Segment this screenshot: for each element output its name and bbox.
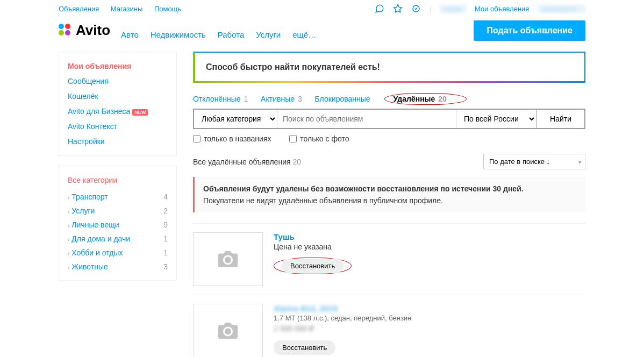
top-link-help[interactable]: Помощь: [154, 5, 181, 13]
tab-rejected[interactable]: Отклонённые 1: [193, 94, 248, 104]
post-ad-button[interactable]: Подать объявление: [474, 20, 585, 41]
category-item[interactable]: ›Транспорт4: [59, 190, 176, 204]
listing-title[interactable]: Alpina B12, 2015: [274, 304, 585, 313]
sidebar-item-business[interactable]: Avito для БизнесаNEW: [59, 104, 176, 119]
messages-icon[interactable]: [375, 4, 384, 13]
listing-desc: 1.7 МТ (138 л.с.), седан, передний, бенз…: [274, 314, 585, 322]
tab-blocked[interactable]: Блокированные: [315, 94, 371, 104]
annotation-circle: Удалённые 20: [384, 93, 467, 105]
logo[interactable]: Avito: [59, 22, 110, 39]
summary-count: 20: [292, 158, 301, 166]
nav-more[interactable]: ещё…: [292, 30, 316, 39]
notice-title: Объявления будут удалены без возможности…: [203, 184, 577, 193]
nav-services[interactable]: Услуги: [256, 30, 281, 39]
region-select[interactable]: По всей России: [456, 110, 536, 128]
annotation-circle: Восстановить: [274, 258, 352, 274]
nav-jobs[interactable]: Работа: [218, 30, 245, 39]
balance-blurred: xxxxx: [440, 5, 466, 13]
sidebar-item-context[interactable]: Avito Контекст: [59, 119, 176, 134]
header: Avito Авто Недвижимость Работа Услуги ещ…: [59, 20, 585, 41]
main-nav: Авто Недвижимость Работа Услуги ещё…: [121, 30, 326, 39]
nav-realty[interactable]: Недвижимость: [151, 30, 206, 39]
category-select[interactable]: Любая категория: [194, 110, 277, 128]
promo-banner[interactable]: Способ быстро найти покупателей есть!: [193, 52, 585, 83]
camera-icon: [218, 251, 238, 267]
status-tabs: Отклонённые 1 Активные 3 Блокированные У…: [193, 94, 585, 104]
notifications-icon[interactable]: [411, 4, 421, 13]
sidebar-item-messages[interactable]: Сообщения: [59, 74, 176, 89]
deletion-notice: Объявления будут удалены без возможности…: [193, 177, 585, 212]
camera-icon: [218, 323, 238, 339]
sidebar-categories: Все категории ›Транспорт4 ›Услуги2 ›Личн…: [59, 166, 177, 281]
filter-checkboxes: только в названиях только с фото: [193, 134, 585, 144]
search-input[interactable]: [277, 110, 456, 128]
listing-thumbnail: [193, 232, 263, 286]
filter-bar: Любая категория По всей России Найти: [193, 109, 585, 129]
listing-title[interactable]: Тушь: [274, 232, 585, 241]
top-link-ads[interactable]: Объявления: [59, 5, 99, 13]
listing-thumbnail: [193, 304, 263, 357]
category-item[interactable]: ›Услуги2: [59, 204, 176, 218]
restore-button[interactable]: Восстановить: [274, 340, 335, 355]
top-link-my-ads[interactable]: Мои объявления: [475, 5, 529, 13]
main-content: Способ быстро найти покупателей есть! От…: [193, 52, 585, 357]
sidebar-item-my-ads[interactable]: Мои объявления: [59, 59, 176, 74]
tab-active[interactable]: Активные 3: [261, 94, 302, 104]
notice-text: Покупатели не видят удалённые объявления…: [203, 196, 577, 205]
summary-text: Все удалённые объявления: [193, 158, 291, 166]
username-blurred[interactable]: xxxxxxxx ▾: [538, 5, 585, 13]
listing-price: Цена не указана: [274, 242, 585, 251]
sidebar-item-wallet[interactable]: Кошелёк: [59, 89, 176, 104]
listing-item: Alpina B12, 2015 1.7 МТ (138 л.с.), седа…: [193, 295, 585, 357]
favorites-icon[interactable]: [393, 4, 403, 13]
sort-select[interactable]: По дате в поиске ↓: [483, 154, 585, 169]
summary-row: Все удалённые объявления 20 По дате в по…: [193, 154, 585, 169]
svg-marker-0: [394, 5, 402, 12]
topbar: Объявления Магазины Помощь | xxxxx Мои о…: [59, 0, 585, 15]
nav-auto[interactable]: Авто: [121, 30, 139, 39]
checkbox-only-titles[interactable]: только в названиях: [193, 134, 271, 143]
category-item[interactable]: ›Для дома и дачи1: [59, 232, 176, 246]
category-item[interactable]: ›Хобби и отдых1: [59, 246, 176, 260]
top-link-shops[interactable]: Магазины: [111, 5, 143, 13]
checkbox-only-photo[interactable]: только с фото: [289, 134, 349, 143]
restore-button[interactable]: Восстановить: [282, 259, 344, 273]
category-item[interactable]: ›Животные3: [59, 260, 176, 274]
find-button[interactable]: Найти: [536, 110, 584, 128]
listing-price: 1 500 000 ₽: [274, 324, 585, 333]
listing-item: Тушь Цена не указана Восстановить: [193, 223, 585, 295]
sidebar-item-settings[interactable]: Настройки: [59, 134, 176, 149]
tab-deleted[interactable]: Удалённые 20: [393, 94, 447, 104]
sidebar-menu: Мои объявления Сообщения Кошелёк Avito д…: [59, 52, 177, 156]
categories-header: Все категории: [59, 173, 176, 188]
category-item[interactable]: ›Личные вещи9: [59, 218, 176, 232]
sidebar: Мои объявления Сообщения Кошелёк Avito д…: [59, 52, 177, 290]
